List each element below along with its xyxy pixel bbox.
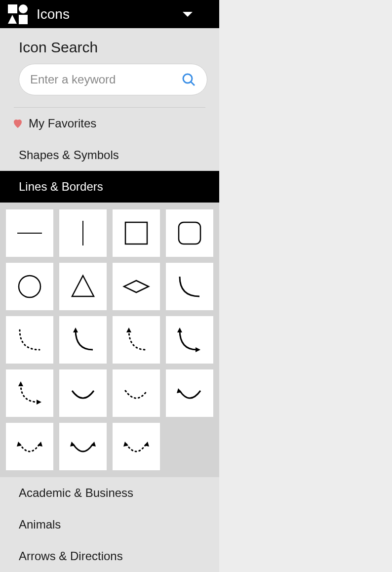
icon-tile-arrow-curve-left[interactable] <box>59 316 107 364</box>
category-academic-business[interactable]: Academic & Business <box>0 477 219 509</box>
svg-rect-4 <box>125 222 147 244</box>
category-lines-borders[interactable]: Lines & Borders <box>0 171 219 203</box>
icon-tile-square[interactable] <box>113 209 160 257</box>
dotted-arrow-curve-left-icon <box>121 325 151 355</box>
dropdown-arrow-icon[interactable] <box>183 12 193 17</box>
svg-marker-10 <box>126 327 131 332</box>
svg-marker-7 <box>72 276 94 296</box>
search-icon[interactable] <box>181 72 196 87</box>
icon-tile-vertical-line[interactable] <box>59 209 107 257</box>
circle-icon <box>15 272 44 301</box>
square-icon <box>121 218 151 248</box>
panel-header[interactable]: Icons <box>0 0 219 28</box>
icon-tile-dotted-arc-double-arrow[interactable] <box>6 423 53 470</box>
svg-rect-5 <box>179 222 200 244</box>
icon-tile-horizontal-line[interactable] <box>6 209 53 257</box>
icon-tile-dotted-arrow-curve-left[interactable] <box>113 316 160 364</box>
icons-grid <box>0 203 219 477</box>
icon-tile-dotted-arc-double-arrow-2[interactable] <box>113 423 160 470</box>
favorites-label: My Favorites <box>29 117 96 130</box>
search-input[interactable] <box>30 73 181 86</box>
category-arrows-directions[interactable]: Arrows & Directions <box>0 540 219 572</box>
arc-double-arrow-icon <box>68 432 98 461</box>
icon-tile-circle[interactable] <box>6 263 53 310</box>
category-animals[interactable]: Animals <box>0 509 219 540</box>
arc-arrow-left-icon <box>175 378 204 408</box>
icon-tile-arrow-curve-right[interactable] <box>166 316 213 364</box>
vertical-line-icon <box>68 218 98 248</box>
svg-marker-13 <box>18 381 23 386</box>
arrow-curve-left-icon <box>68 325 98 355</box>
svg-marker-11 <box>177 327 182 332</box>
heart-icon <box>12 118 24 129</box>
category-shapes-symbols[interactable]: Shapes & Symbols <box>0 139 219 171</box>
icon-tile-arc[interactable] <box>59 369 107 417</box>
icon-tile-dotted-arc[interactable] <box>113 369 160 417</box>
app-logo <box>8 4 28 24</box>
svg-marker-9 <box>73 327 78 332</box>
icon-tile-triangle[interactable] <box>59 263 107 310</box>
icon-tile-rounded-square[interactable] <box>166 209 213 257</box>
icon-tile-arc-arrow-left[interactable] <box>166 369 213 417</box>
svg-line-1 <box>191 82 195 85</box>
triangle-icon <box>68 272 98 301</box>
arrow-curve-right-icon <box>175 325 204 355</box>
dotted-curve-icon <box>15 325 44 355</box>
svg-point-6 <box>19 276 40 297</box>
svg-marker-12 <box>196 347 200 352</box>
horizontal-line-icon <box>15 218 44 248</box>
svg-marker-8 <box>124 281 149 292</box>
curve-icon <box>175 272 204 301</box>
diamond-icon <box>121 272 151 301</box>
icon-tile-dotted-curve[interactable] <box>6 316 53 364</box>
my-favorites[interactable]: My Favorites <box>0 108 219 139</box>
rounded-square-icon <box>175 218 204 248</box>
svg-point-0 <box>183 74 192 83</box>
dotted-arc-icon <box>121 378 151 408</box>
dotted-arc-arrows-icon <box>15 378 44 408</box>
search-box[interactable] <box>19 64 207 95</box>
search-heading: Icon Search <box>19 39 219 56</box>
dotted-arc-double-arrow-icon <box>15 432 44 461</box>
svg-marker-16 <box>17 442 22 447</box>
icon-tile-curve[interactable] <box>166 263 213 310</box>
icon-tile-diamond[interactable] <box>113 263 160 310</box>
panel-title: Icons <box>37 6 70 22</box>
dotted-arc-double-arrow-2-icon <box>121 432 151 461</box>
icon-tile-arc-double-arrow[interactable] <box>59 423 107 470</box>
arc-icon <box>68 378 98 408</box>
icon-tile-dotted-arc-arrows[interactable] <box>6 369 53 417</box>
svg-marker-14 <box>37 400 41 405</box>
svg-marker-20 <box>123 442 128 447</box>
